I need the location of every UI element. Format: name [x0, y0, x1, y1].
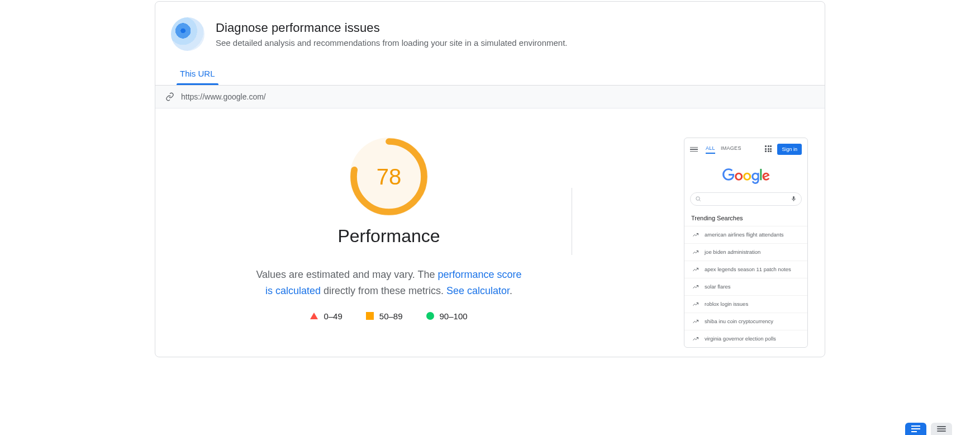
- svg-point-1: [696, 197, 700, 200]
- trend-item[interactable]: american airlines flight attendants: [684, 226, 807, 243]
- google-logo: [684, 158, 807, 192]
- trend-label: solar flares: [705, 283, 730, 290]
- preview-tabs: ALL IMAGES: [706, 145, 760, 154]
- legend-bad-label: 0–49: [324, 311, 342, 321]
- url-text: https://www.google.com/: [181, 92, 266, 101]
- legend-bad: 0–49: [310, 311, 342, 321]
- lighthouse-icon: [171, 17, 204, 51]
- header-subtitle: See detailed analysis and recommendation…: [216, 38, 568, 48]
- trend-label: roblox login issues: [705, 301, 748, 307]
- trending-icon: [692, 249, 699, 256]
- legend-mid-label: 50–89: [379, 311, 403, 321]
- performance-gauge: 78: [350, 138, 428, 216]
- trend-item[interactable]: shiba inu coin cryptocurrency: [684, 313, 807, 330]
- trend-label: joe biden administration: [705, 249, 760, 255]
- link-icon: [165, 92, 174, 101]
- performance-score: 78: [350, 138, 428, 216]
- trend-label: apex legends season 11 patch notes: [705, 266, 791, 272]
- circle-icon: [426, 312, 434, 320]
- header-title: Diagnose performance issues: [216, 21, 568, 35]
- mic-icon[interactable]: [791, 196, 797, 202]
- performance-description: Values are estimated and may vary. The p…: [255, 267, 523, 299]
- trending-icon: [692, 266, 699, 273]
- trend-item[interactable]: apex legends season 11 patch notes: [684, 261, 807, 278]
- legend-mid: 50–89: [366, 311, 403, 321]
- search-icon: [695, 196, 701, 202]
- trending-icon: [692, 283, 699, 290]
- performance-summary: 78 Performance Values are estimated and …: [172, 138, 606, 348]
- performance-title: Performance: [172, 226, 606, 247]
- legend-good: 90–100: [426, 311, 468, 321]
- preview-tab-all[interactable]: ALL: [706, 145, 715, 154]
- preview-search-input[interactable]: [690, 192, 802, 206]
- trend-label: american airlines flight attendants: [705, 231, 784, 238]
- trend-item[interactable]: solar flares: [684, 278, 807, 295]
- tabs: This URL: [155, 63, 825, 86]
- performance-card: Diagnose performance issues See detailed…: [155, 1, 825, 357]
- card-header: Diagnose performance issues See detailed…: [155, 2, 825, 63]
- preview-tab-images[interactable]: IMAGES: [721, 145, 741, 154]
- see-calculator-link[interactable]: See calculator: [446, 285, 510, 296]
- legend-good-label: 90–100: [440, 311, 468, 321]
- desc-period: .: [510, 285, 512, 296]
- page-preview: ALL IMAGES Sign in Trending Searches a: [684, 138, 808, 348]
- trending-icon: [692, 318, 699, 325]
- header-text: Diagnose performance issues See detailed…: [216, 21, 568, 48]
- score-legend: 0–49 50–89 90–100: [172, 311, 606, 321]
- preview-card: ALL IMAGES Sign in Trending Searches a: [684, 138, 808, 348]
- desc-text-2: directly from these metrics.: [321, 285, 446, 296]
- triangle-icon: [310, 313, 318, 319]
- trending-icon: [692, 231, 699, 238]
- trend-item[interactable]: joe biden administration: [684, 243, 807, 261]
- preview-topbar: ALL IMAGES Sign in: [684, 138, 807, 158]
- trending-title: Trending Searches: [684, 211, 807, 226]
- content: 78 Performance Values are estimated and …: [155, 108, 825, 357]
- tab-this-url[interactable]: This URL: [172, 63, 223, 85]
- trend-item[interactable]: virginia governor election polls: [684, 330, 807, 347]
- trending-list: american airlines flight attendantsjoe b…: [684, 226, 807, 347]
- trend-item[interactable]: roblox login issues: [684, 295, 807, 313]
- apps-icon[interactable]: [765, 145, 773, 153]
- url-bar: https://www.google.com/: [155, 86, 825, 108]
- sign-in-button[interactable]: Sign in: [777, 144, 802, 155]
- square-icon: [366, 312, 374, 320]
- trending-icon: [692, 335, 699, 342]
- trend-label: shiba inu coin cryptocurrency: [705, 318, 773, 324]
- desc-text-1: Values are estimated and may vary. The: [256, 269, 437, 280]
- trending-icon: [692, 301, 699, 308]
- trend-label: virginia governor election polls: [705, 335, 776, 342]
- hamburger-icon[interactable]: [690, 147, 698, 152]
